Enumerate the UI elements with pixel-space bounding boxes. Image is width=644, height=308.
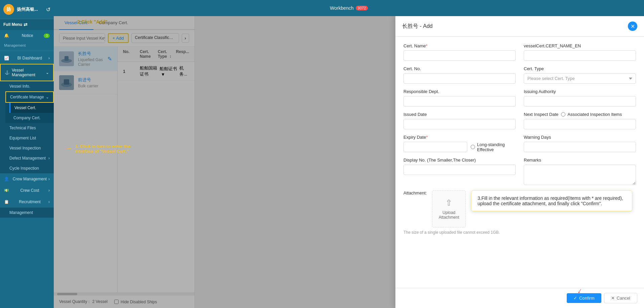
sidebar-item-management-sub[interactable]: Management: [5, 208, 54, 218]
chevron-right-icon-recruit: ›: [48, 200, 50, 204]
cert-name-label: Cert. Name*: [403, 43, 516, 48]
associated-items-label-wrap[interactable]: Associated Inspection Items: [561, 112, 622, 117]
issuing-authority-input[interactable]: [524, 96, 636, 106]
sidebar-item-vessel-inspection[interactable]: Vessel Inspection: [5, 143, 54, 153]
cert-name-input[interactable]: [403, 50, 516, 61]
long-standing-radio[interactable]: [471, 145, 475, 149]
nav-back-icon[interactable]: ↺: [46, 6, 50, 13]
sidebar-item-crew-management[interactable]: 👤 Crew Management ›: [0, 173, 54, 185]
sidebar-sub-vessel: Vessel Info. Certificate Manage ⌄ Vessel…: [0, 81, 54, 173]
sidebar-item-certificate-manage[interactable]: Certificate Manage ⌄: [5, 91, 54, 103]
form-group-issuing-authority: Issuing Authority: [524, 89, 636, 106]
step1-label: 1. Click in turn to enter the interface …: [75, 144, 142, 154]
main-area: Workbench 9072 Vessel Cert. Company Cert…: [54, 0, 644, 308]
form-group-responsible-dept: Responsible Dept.: [403, 89, 516, 106]
upload-box[interactable]: ⇧ Upload Attachment: [432, 190, 466, 227]
associated-items-label: Associated Inspection Items: [567, 112, 622, 117]
warning-days-label: Warning Days: [524, 135, 636, 140]
cert-type-select[interactable]: Please select Cert. Type: [524, 73, 636, 84]
sidebar-item-notice[interactable]: 🔔 Notice 0: [0, 30, 54, 41]
form-group-issued-date: Issued Date: [403, 112, 516, 129]
crew-icon: 👤: [4, 177, 9, 181]
notice-icon: 🔔: [4, 33, 9, 38]
step1-annotation: → 1. Click in turn to enter the interfac…: [66, 144, 142, 154]
anchor-icon: ⚓: [5, 70, 10, 75]
issued-date-label: Issued Date: [403, 112, 516, 117]
sidebar-item-vessel-cert[interactable]: Vessel Cert.: [9, 103, 54, 113]
next-inspect-date-input[interactable]: [524, 119, 636, 129]
modal-header: 长胜号 - Add ✕: [395, 16, 644, 37]
menu-toggle-icon: ⇄: [24, 22, 28, 27]
content-area: Vessel Cert. Company Cert. 2.Click "Add"…: [54, 16, 644, 308]
remarks-textarea[interactable]: [524, 165, 636, 185]
sidebar-item-recruitment[interactable]: 📋 Recruitment ›: [0, 196, 54, 208]
form-group-display-no: Display No. (The Smaller,The Closer): [403, 158, 516, 185]
cost-icon: 💵: [4, 188, 9, 193]
form-group-cert-type: Cert. Type Please select Cert. Type: [524, 66, 636, 84]
cert-no-input[interactable]: [403, 73, 516, 84]
modal-close-button[interactable]: ✕: [628, 21, 637, 31]
next-inspect-row: Next Inspect Date Associated Inspection …: [524, 112, 636, 117]
form-group-cert-name-en: vesselCert.CERT_NAME_EN: [524, 43, 636, 61]
sidebar-item-defect-management[interactable]: Defect Management ›: [5, 153, 54, 163]
confirm-icon: ✓: [573, 296, 577, 301]
sidebar-header: 扬 扬州高银... ↺: [0, 0, 54, 19]
sidebar-sub-recruitment: Management: [0, 208, 54, 218]
attachment-label: Attachment:: [403, 190, 427, 195]
sidebar-item-equipment-list[interactable]: Equipment List: [5, 133, 54, 143]
issued-date-input[interactable]: [403, 119, 516, 129]
sidebar: 扬 扬州高银... ↺ Full Menu ⇄ 🔔 Notice 0 Manag…: [0, 0, 54, 308]
upload-icon: ⇧: [445, 198, 452, 208]
sidebar-item-cycle-inspection[interactable]: Cycle Inspection: [5, 163, 54, 173]
cert-name-en-label: vesselCert.CERT_NAME_EN: [524, 43, 636, 48]
cert-no-label: Cert. No.: [403, 66, 516, 71]
chevron-down-icon-cert: ⌄: [46, 95, 49, 99]
sidebar-item-vessel-management[interactable]: ⚓ Vessel Management ⌄: [0, 64, 54, 81]
sidebar-item-management-label: Management: [0, 41, 54, 49]
sidebar-top-actions: Full Menu ⇄: [0, 19, 54, 30]
app-logo: 扬: [3, 4, 14, 15]
topbar: Workbench 9072: [54, 0, 644, 16]
confirm-button[interactable]: ✓ Confirm: [567, 293, 601, 303]
chevron-right-icon-crew: ›: [48, 177, 50, 181]
cert-name-en-input[interactable]: [524, 50, 636, 61]
modal-body: Cert. Name* vesselCert.CERT_NAME_EN Cert…: [395, 37, 644, 288]
warning-days-input[interactable]: [524, 142, 636, 152]
sidebar-item-crew-cost[interactable]: 💵 Crew Cost ›: [0, 185, 54, 196]
recruit-icon: 📋: [4, 200, 9, 204]
associated-items-radio[interactable]: [561, 112, 565, 117]
chevron-right-icon-defect: ›: [48, 156, 50, 161]
chevron-right-icon-cost: ›: [48, 188, 50, 193]
expiry-date-input[interactable]: [403, 142, 467, 152]
chevron-right-icon: ›: [48, 56, 50, 60]
full-menu-button[interactable]: Full Menu ⇄: [3, 22, 28, 27]
chevron-down-icon: ⌄: [46, 70, 49, 75]
form-group-cert-name: Cert. Name*: [403, 43, 516, 61]
modal-footer: → ✓ Confirm ✕ Cancel: [395, 288, 644, 308]
sidebar-item-bi-dashboard[interactable]: 📈 BI Dashboard ›: [0, 52, 54, 64]
modal: 长胜号 - Add ✕ Cert. Name* vesselCert.CERT_…: [395, 16, 644, 308]
cancel-button[interactable]: ✕ Cancel: [604, 293, 637, 303]
workbench-button[interactable]: Workbench 9072: [330, 5, 368, 11]
attachment-row: Attachment: ⇧ Upload Attachment 3.Fill i…: [403, 190, 636, 227]
sidebar-item-vessel-info[interactable]: Vessel Info.: [5, 81, 54, 91]
sidebar-divider-1: [0, 51, 54, 51]
form-group-cert-no: Cert. No.: [403, 66, 516, 84]
issuing-authority-label: Issuing Authority: [524, 89, 636, 94]
cert-type-label: Cert. Type: [524, 66, 636, 71]
long-standing-label[interactable]: Long-standing Effective: [471, 142, 516, 152]
next-inspect-date-label: Next Inspect Date: [524, 112, 558, 117]
sidebar-item-technical-files[interactable]: Technical Files: [5, 123, 54, 133]
upload-area: ⇧ Upload Attachment: [432, 190, 466, 227]
form-group-remarks: Remarks: [524, 158, 636, 185]
cancel-icon: ✕: [611, 296, 615, 301]
sidebar-sub-cert: Vessel Cert. Company Cert.: [5, 103, 54, 123]
display-no-input[interactable]: [403, 165, 516, 175]
responsible-dept-input[interactable]: [403, 96, 516, 106]
step3-callout: 3.Fill in the relevant information as re…: [471, 190, 632, 211]
display-no-label: Display No. (The Smaller,The Closer): [403, 158, 516, 163]
sidebar-item-company-cert[interactable]: Company Cert.: [9, 113, 54, 123]
form-grid: Cert. Name* vesselCert.CERT_NAME_EN Cert…: [403, 43, 636, 185]
expiry-date-label: Expiry Date*: [403, 135, 516, 140]
app-title: 扬州高银...: [17, 6, 38, 12]
